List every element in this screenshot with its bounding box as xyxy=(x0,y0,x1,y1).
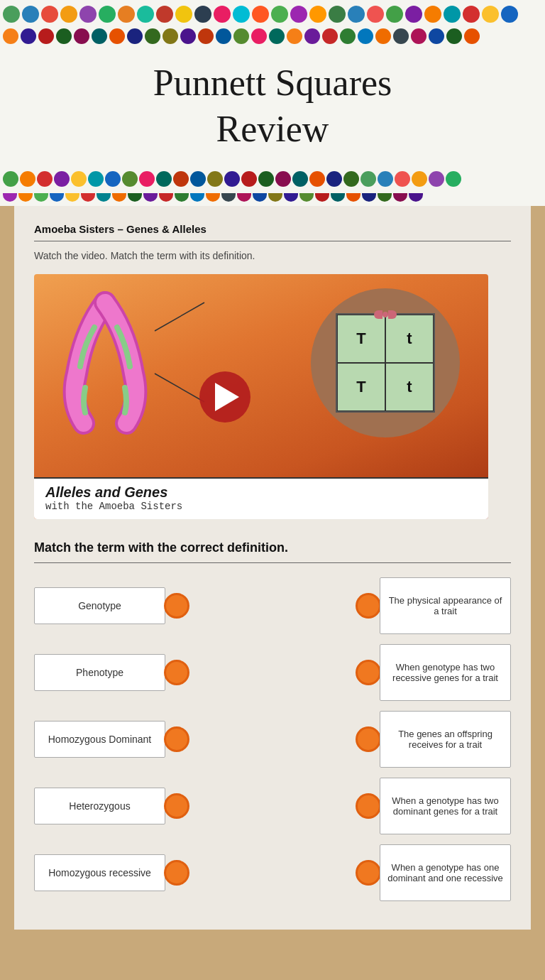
def-connector-dot-1 xyxy=(356,593,381,619)
dot xyxy=(275,171,291,187)
dot xyxy=(233,28,249,44)
term-box-heterozygous[interactable]: Heterozygous xyxy=(34,788,165,824)
section1-instruction: Watch the video. Match the term with its… xyxy=(34,250,511,261)
video-thumbnail[interactable]: T t T t Alleles and Genes xyxy=(34,274,488,519)
dot xyxy=(105,171,121,187)
match-row-5: Homozygous recessive When a genotype has… xyxy=(34,844,511,901)
dot xyxy=(299,193,314,202)
dot xyxy=(190,171,206,187)
match-grid: Genotype The physical appearance of a tr… xyxy=(34,577,511,901)
dot xyxy=(3,6,20,23)
dot xyxy=(99,6,116,23)
dot xyxy=(156,171,172,187)
term-box-genotype[interactable]: Genotype xyxy=(34,587,165,624)
dot xyxy=(21,28,36,44)
dots-row-2 xyxy=(0,26,545,47)
dot xyxy=(173,171,189,187)
dot xyxy=(446,171,461,187)
match-row-2: Phenotype When genotype has two recessiv… xyxy=(34,644,511,701)
def-box-4[interactable]: When a genotype has two dominant genes f… xyxy=(380,778,511,834)
heterozygous-connector-dot xyxy=(164,793,189,819)
dot xyxy=(3,193,17,202)
dot xyxy=(237,193,251,202)
dot xyxy=(34,193,48,202)
dot xyxy=(3,171,18,187)
dot xyxy=(122,171,138,187)
dot xyxy=(287,28,302,44)
dot xyxy=(269,28,285,44)
video-sub-title: with the Amoeba Sisters xyxy=(45,501,477,512)
dot xyxy=(463,6,480,23)
video-caption: Alleles and Genes with the Amoeba Sister… xyxy=(34,477,488,519)
dot xyxy=(309,6,326,23)
dot xyxy=(190,193,204,202)
dot xyxy=(139,171,155,187)
dot xyxy=(444,6,461,23)
dot xyxy=(159,193,173,202)
dot xyxy=(241,171,257,187)
bottom-cork xyxy=(0,930,545,972)
def-box-1[interactable]: The physical appearance of a trait xyxy=(380,577,511,634)
dot xyxy=(252,6,269,23)
dot xyxy=(18,193,33,202)
dot xyxy=(290,6,307,23)
section1-divider xyxy=(34,241,511,241)
dot xyxy=(292,171,308,187)
dot xyxy=(194,6,211,23)
dot xyxy=(224,171,240,187)
homozygous-dominant-connector-dot xyxy=(164,726,189,752)
match-heading: Match the term with the correct definiti… xyxy=(34,540,511,555)
dot xyxy=(198,28,214,44)
dot xyxy=(253,193,267,202)
term-box-phenotype[interactable]: Phenotype xyxy=(34,654,165,691)
dot xyxy=(284,193,298,202)
def-box-2[interactable]: When genotype has two recessive genes fo… xyxy=(380,644,511,701)
def-connector-dot-5 xyxy=(356,860,381,886)
dot xyxy=(92,28,107,44)
dot xyxy=(482,6,499,23)
page-wrapper: Punnett Squares Review xyxy=(0,0,545,980)
dot xyxy=(175,6,192,23)
def-connector-dot-4 xyxy=(356,793,381,819)
def-box-3[interactable]: The genes an offspring receives for a tr… xyxy=(380,711,511,768)
dot xyxy=(329,6,346,23)
dot xyxy=(393,193,407,202)
dot xyxy=(271,6,288,23)
dot xyxy=(268,193,282,202)
term-box-homozygous-dominant[interactable]: Homozygous Dominant xyxy=(34,721,165,758)
term-box-homozygous-recessive[interactable]: Homozygous recessive xyxy=(34,854,165,891)
dot xyxy=(346,193,360,202)
dot xyxy=(331,193,345,202)
dot xyxy=(88,171,104,187)
dot xyxy=(74,28,89,44)
video-play-button[interactable] xyxy=(199,371,251,423)
dot xyxy=(348,6,365,23)
dot xyxy=(37,171,53,187)
dot xyxy=(20,171,35,187)
dot xyxy=(128,193,142,202)
def-connector-dot-3 xyxy=(356,726,381,752)
dot xyxy=(429,171,444,187)
dot xyxy=(258,171,274,187)
dot xyxy=(79,6,97,23)
dot xyxy=(251,28,267,44)
dot xyxy=(65,193,79,202)
dot xyxy=(501,6,518,23)
dot xyxy=(464,28,480,44)
dot xyxy=(112,193,126,202)
dot xyxy=(175,193,189,202)
dots-row-1 xyxy=(0,3,545,26)
section1-title: Amoeba Sisters – Genes & Alleles xyxy=(34,223,511,235)
dot xyxy=(137,6,154,23)
dot xyxy=(411,28,426,44)
def-box-5[interactable]: When a genotype has one dominant and one… xyxy=(380,844,511,901)
dot xyxy=(375,28,391,44)
dot xyxy=(50,193,64,202)
dot xyxy=(214,6,231,23)
dot xyxy=(412,171,427,187)
dot xyxy=(309,171,325,187)
svg-line-0 xyxy=(155,303,204,331)
dot xyxy=(207,171,223,187)
main-content: Amoeba Sisters – Genes & Alleles Watch t… xyxy=(14,206,531,930)
dot xyxy=(326,171,342,187)
